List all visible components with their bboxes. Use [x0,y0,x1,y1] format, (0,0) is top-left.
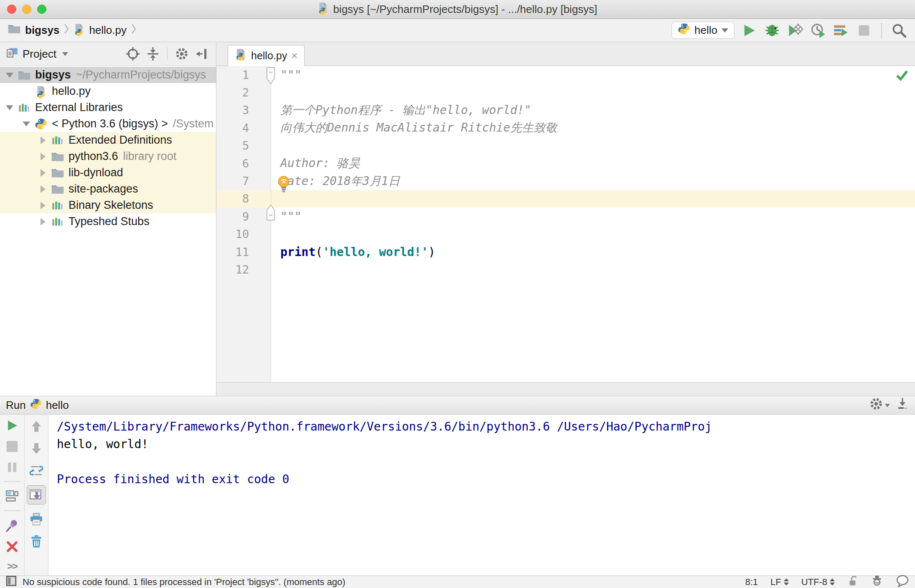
collapse-arrow-icon[interactable] [3,73,16,78]
editor-empty-space[interactable] [216,279,915,382]
line-number[interactable]: 5 [216,137,271,155]
highlighting-level-icon[interactable] [871,575,883,588]
expand-arrow-icon[interactable] [37,202,49,209]
code-line[interactable] [271,261,915,278]
rerun-button[interactable] [5,419,20,433]
editor-blank[interactable] [271,279,915,382]
caret-position[interactable]: 8:1 [745,577,758,588]
breadcrumb-project[interactable]: bigsys [25,24,59,37]
window-title: bigsys [~/PycharmProjects/bigsys] - .../… [333,3,597,16]
project-tree[interactable]: bigsys~/PycharmProjects/bigsys hello.py … [0,66,216,396]
line-number[interactable]: 8 [216,190,271,208]
folder-icon [8,23,21,37]
fold-marker-icon[interactable] [266,67,276,88]
line-number[interactable]: 6 [216,155,271,172]
line-number[interactable]: 7 [216,172,271,190]
close-tab-icon[interactable]: × [291,50,297,61]
breadcrumb-file[interactable]: hello.py [89,24,127,37]
chevron-down-icon[interactable] [62,52,68,56]
event-log-bubble-icon[interactable] [896,575,909,588]
code-line[interactable]: Date: 2018年3月1日 [271,172,915,190]
code-line[interactable] [271,226,915,243]
tree-item-binary-skeletons[interactable]: Binary Skeletons [0,197,216,213]
collapse-all-button[interactable] [145,46,161,62]
encoding-selector[interactable]: UTF-8 [801,577,835,588]
code-line[interactable]: print('hello, world!') [271,243,915,261]
line-number[interactable]: 2 [216,84,271,101]
tree-item-lib-dynload[interactable]: lib-dynload [0,165,216,181]
status-message[interactable]: No suspicious code found. 1 files proces… [23,577,346,588]
toolbar-separator [881,23,882,38]
library-icon [50,134,65,147]
code-line[interactable]: """ [271,208,915,225]
print-button[interactable] [29,512,44,527]
scroll-to-end-button[interactable] [27,485,46,504]
fold-marker-icon[interactable] [266,204,276,224]
console-line [57,453,915,471]
debug-button[interactable] [764,22,780,39]
run-with-coverage-button[interactable] [787,22,803,39]
close-run-panel-button[interactable] [5,540,20,553]
code-line[interactable] [271,190,915,208]
tab-hello-py[interactable]: hello.py × [228,45,305,66]
code-line[interactable]: 第一个Python程序 - 输出"hello, world!" [271,101,915,119]
collapse-arrow-icon[interactable] [3,105,16,110]
close-window-button[interactable] [7,5,16,14]
run-button[interactable] [741,22,757,39]
expand-arrow-icon[interactable] [37,137,49,144]
project-panel-title[interactable]: Project [23,48,56,61]
run-configuration-name: hello [694,24,717,37]
panel-settings-button[interactable] [173,46,190,62]
profiler-button[interactable] [810,22,826,39]
tree-item-external-libraries[interactable]: External Libraries [0,99,216,116]
line-number[interactable]: 11 [216,243,271,261]
pin-tab-button[interactable] [5,518,20,532]
expand-arrow-icon[interactable] [37,169,49,177]
code-line[interactable] [271,137,915,155]
console-output[interactable]: /System/Library/Frameworks/Python.framew… [48,415,915,575]
line-separator-selector[interactable]: LF [770,577,789,588]
tree-item-typeshed-stubs[interactable]: Typeshed Stubs [0,213,216,230]
tree-item-bigsys[interactable]: bigsys~/PycharmProjects/bigsys [0,67,216,83]
line-number[interactable]: 9 [216,208,271,225]
restore-layout-button[interactable] [5,489,20,503]
hide-run-panel-button[interactable] [896,397,909,413]
collapse-arrow-icon[interactable] [20,122,33,127]
lock-icon[interactable] [847,575,858,588]
expand-arrow-icon[interactable] [37,185,49,193]
code-line[interactable]: 向伟大的Dennis MacAlistair Ritchie先生致敬 [271,119,915,137]
code-line[interactable]: Author: 骆昊 [271,155,915,172]
line-number[interactable]: 4 [216,119,271,137]
run-panel-title[interactable]: Run [6,399,26,412]
hide-panel-button[interactable] [193,46,210,62]
code-editor[interactable]: 1"""2 3第一个Python程序 - 输出"hello, world!"4向… [216,66,915,382]
tree-item-site-packages[interactable]: site-packages [0,181,216,197]
stop-button [856,22,872,39]
expand-arrow-icon[interactable] [37,218,49,226]
tree-item-python-3.6-bigsys[interactable]: < Python 3.6 (bigsys) >/System [0,116,216,132]
run-configuration-selector[interactable]: hello [671,22,735,39]
clear-all-button[interactable] [29,534,44,549]
expand-arrow-icon[interactable] [37,153,49,160]
concurrency-diagram-button[interactable] [833,22,849,39]
more-actions-button[interactable]: >> [7,560,17,572]
intention-bulb-icon[interactable] [276,175,292,198]
tree-item-python3.6[interactable]: python3.6library root [0,148,216,165]
line-number[interactable]: 3 [216,101,271,119]
tree-item-extended-definitions[interactable]: Extended Definitions [0,132,216,148]
minimize-window-button[interactable] [22,5,31,14]
line-number[interactable]: 1 [216,66,271,84]
line-number[interactable]: 10 [216,226,271,243]
run-panel-config-name[interactable]: hello [46,399,69,412]
soft-wrap-button[interactable] [29,463,44,478]
run-panel-settings-button[interactable] [869,397,890,414]
code-line[interactable]: """ [271,66,915,84]
up-stack-trace-button [29,419,44,434]
locate-file-button[interactable] [125,46,141,62]
line-number[interactable]: 12 [216,261,271,278]
toolwindow-toggle-icon[interactable] [6,575,17,588]
tree-item-hello.py[interactable]: hello.py [0,83,216,99]
zoom-window-button[interactable] [37,5,46,14]
search-everywhere-icon[interactable] [891,22,907,39]
code-line[interactable] [271,84,915,101]
